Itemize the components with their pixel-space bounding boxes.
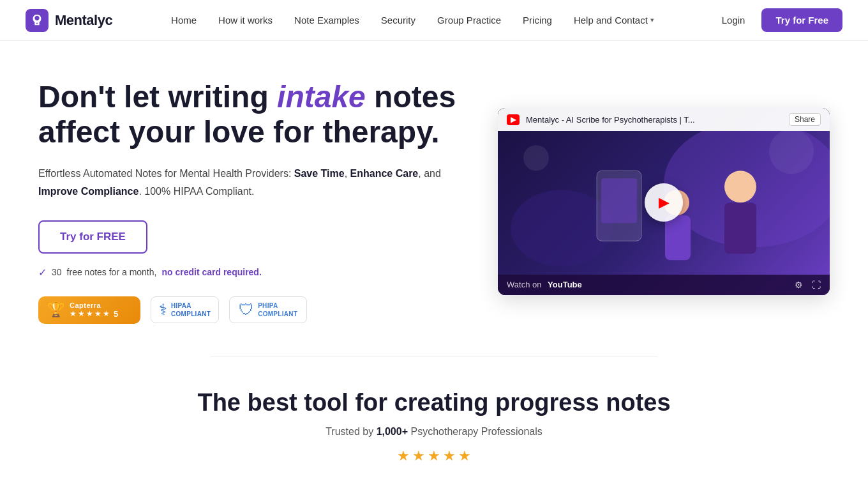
capterra-star-1: ★ [70, 309, 77, 318]
video-embed[interactable]: ▶ Mentalyc - AI Scribe for Psychotherapi… [498, 108, 830, 295]
nav-link-note-examples[interactable]: Note Examples [285, 10, 368, 31]
phipa-icon: 🛡 [239, 301, 254, 319]
logo-text: Mentalyc [55, 12, 112, 29]
star-3: ★ [428, 448, 440, 464]
nav-link-how-it-works[interactable]: How it works [209, 10, 281, 31]
check-icon: ✓ [38, 266, 47, 278]
star-1: ★ [397, 448, 410, 464]
hipaa-icon: ⚕ [159, 301, 167, 319]
chevron-down-icon: ▾ [650, 16, 654, 24]
best-tool-title: The best tool for creating progress note… [26, 388, 842, 418]
youtube-logo-icon: ▶ [507, 114, 520, 125]
navigation: Mentalyc Home How it works Note Examples… [0, 0, 868, 41]
watch-platform-label: YouTube [548, 280, 582, 289]
star-5: ★ [458, 448, 471, 464]
nav-item-how-it-works[interactable]: How it works [209, 15, 281, 26]
best-tool-subtitle-end: Psychotherapy Professionals [408, 426, 542, 437]
capterra-badge: 🏆 Capterra ★ ★ ★ ★ ★ 5 [38, 296, 140, 324]
video-title-text: Mentalyc - AI Scribe for Psychotherapist… [526, 115, 782, 125]
capterra-info: Capterra ★ ★ ★ ★ ★ 5 [70, 301, 118, 319]
video-settings-icon[interactable]: ⚙ [795, 280, 803, 290]
svg-point-4 [724, 171, 756, 202]
video-scene: ▶ [498, 131, 830, 275]
nav-links: Home How it works Note Examples Security… [162, 10, 663, 31]
video-play-button[interactable]: ▶ [645, 183, 683, 222]
nav-item-group-practice[interactable]: Group Practice [428, 15, 510, 26]
video-controls-bar: Watch on YouTube ⚙ ⛶ [498, 275, 830, 295]
nav-link-help-and-contact[interactable]: Help and Contact ▾ [565, 10, 663, 31]
nav-link-security[interactable]: Security [372, 10, 424, 31]
hero-title: Don't let writing intake notes affect yo… [38, 79, 472, 149]
hero-title-highlight: intake [277, 80, 366, 114]
phipa-text: PHIPACOMPLIANT [258, 301, 297, 318]
hero-no-credit-card: no credit card required. [161, 267, 261, 277]
section-divider [211, 356, 657, 356]
best-tool-subtitle: Trusted by 1,000+ Psychotherapy Professi… [26, 426, 842, 438]
capterra-logo-icon: 🏆 [47, 301, 64, 318]
hero-free-text: free notes for a month, [67, 267, 157, 277]
video-share-button[interactable]: Share [789, 113, 821, 126]
hero-video-container: ▶ Mentalyc - AI Scribe for Psychotherapi… [498, 108, 830, 295]
hero-subtitle: Effortless Automated Notes for Mental He… [38, 165, 472, 199]
hipaa-text: HIPAACOMPLIANT [171, 301, 211, 318]
hero-section: Don't let writing intake notes affect yo… [0, 41, 868, 349]
star-rating: ★ ★ ★ ★ ★ [26, 448, 842, 464]
logo-link[interactable]: Mentalyc [26, 9, 112, 32]
hero-subtitle-improve-compliance: Improve Compliance [38, 186, 138, 197]
hero-badges: 🏆 Capterra ★ ★ ★ ★ ★ 5 ⚕ HIPAACOMPLIANT [38, 296, 472, 324]
svg-point-2 [523, 145, 549, 171]
capterra-stars: ★ ★ ★ ★ ★ 5 [70, 309, 118, 319]
nav-item-note-examples[interactable]: Note Examples [285, 15, 368, 26]
star-4: ★ [443, 448, 456, 464]
video-watch-on-text: Watch on YouTube [507, 280, 582, 289]
svg-rect-9 [601, 178, 637, 223]
svg-rect-7 [665, 215, 691, 260]
nav-link-group-practice[interactable]: Group Practice [428, 10, 510, 31]
capterra-name: Capterra [70, 301, 118, 309]
best-tool-title-text: The best tool for creating progress note… [197, 389, 670, 416]
hero-subtitle-save-time: Save Time [294, 168, 345, 179]
login-link[interactable]: Login [713, 10, 754, 31]
phipa-badge: 🛡 PHIPACOMPLIANT [229, 296, 307, 323]
best-tool-section: The best tool for creating progress note… [0, 388, 868, 488]
capterra-star-2: ★ [78, 309, 85, 318]
svg-rect-5 [724, 202, 756, 254]
nav-link-home[interactable]: Home [162, 10, 206, 31]
nav-actions: Login Try for Free [713, 8, 842, 32]
best-tool-subtitle-start: Trusted by [326, 426, 376, 437]
watch-on-label: Watch on [507, 280, 541, 289]
hero-subtitle-enhance-care: Enhance Care [350, 168, 419, 179]
logo-icon [26, 9, 49, 32]
hero-title-start: Don't let writing [38, 80, 277, 114]
video-placeholder: ▶ Mentalyc - AI Scribe for Psychotherapi… [498, 108, 830, 295]
video-title-bar: ▶ Mentalyc - AI Scribe for Psychotherapi… [498, 108, 830, 131]
nav-item-home[interactable]: Home [162, 15, 206, 26]
nav-item-pricing[interactable]: Pricing [514, 15, 561, 26]
try-for-free-button[interactable]: Try for Free [761, 8, 842, 32]
capterra-star-4: ★ [94, 309, 101, 318]
best-tool-count: 1,000+ [377, 426, 408, 437]
capterra-score: 5 [114, 309, 118, 319]
hipaa-badge: ⚕ HIPAACOMPLIANT [151, 296, 219, 323]
nav-link-pricing[interactable]: Pricing [514, 10, 561, 31]
hero-content: Don't let writing intake notes affect yo… [38, 79, 472, 324]
nav-item-help-and-contact[interactable]: Help and Contact ▾ [565, 10, 663, 31]
svg-point-3 [769, 131, 814, 174]
video-fullscreen-icon[interactable]: ⛶ [812, 280, 821, 290]
video-playback-controls: ⚙ ⛶ [795, 280, 821, 290]
nav-item-security[interactable]: Security [372, 15, 424, 26]
hero-cta-button[interactable]: Try for FREE [38, 220, 147, 254]
star-2: ★ [412, 448, 425, 464]
capterra-star-5: ★ [103, 309, 110, 318]
logo-svg [30, 13, 44, 27]
hero-free-count: 30 [52, 267, 62, 277]
hero-free-note: ✓ 30 free notes for a month, no credit c… [38, 266, 472, 278]
capterra-star-3: ★ [86, 309, 93, 318]
